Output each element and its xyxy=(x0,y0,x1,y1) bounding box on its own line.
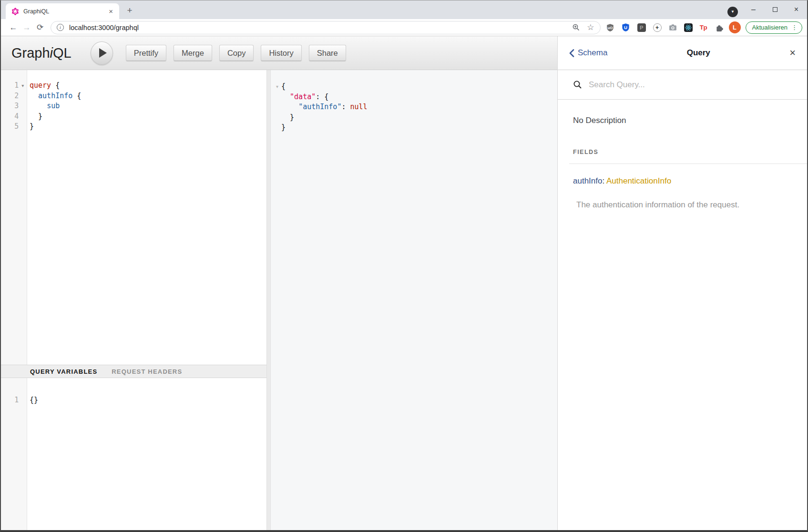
update-browser-button[interactable]: Aktualisieren ⋮ xyxy=(746,21,802,34)
screenshot-extension-icon[interactable] xyxy=(668,23,678,32)
tab-strip: GraphiQL × + ▼ – × xyxy=(1,0,807,19)
doc-explorer-body: No Description FIELDS authInfo: Authenti… xyxy=(558,100,807,530)
result-line: "authInfo": null xyxy=(281,102,368,113)
graphiql-app: GraphiQL Prettify Merge Copy History Sha… xyxy=(1,36,807,530)
window-controls: – × xyxy=(743,0,807,19)
zoom-icon[interactable] xyxy=(572,23,580,31)
info-icon[interactable]: i xyxy=(57,24,64,31)
minimize-button[interactable]: – xyxy=(743,0,764,19)
line-number-gutter: 1▾ 2 3 4 5 xyxy=(1,70,27,365)
back-button[interactable]: ← xyxy=(7,21,20,34)
fields-heading: FIELDS xyxy=(573,149,807,155)
forward-button[interactable]: → xyxy=(20,21,33,34)
crosshair-extension-icon[interactable]: + xyxy=(653,23,662,32)
maximize-icon xyxy=(773,7,777,12)
p-extension-icon[interactable]: P xyxy=(637,23,646,32)
graphiql-logo: GraphiQL xyxy=(11,45,72,61)
svg-text:U: U xyxy=(624,25,627,30)
browser-tab[interactable]: GraphiQL × xyxy=(6,3,119,19)
kebab-menu-icon[interactable]: ⋮ xyxy=(791,24,798,31)
bookmark-star-icon[interactable]: ☆ xyxy=(587,23,594,31)
history-button[interactable]: History xyxy=(261,45,301,61)
url-text[interactable]: localhost:3000/graphql xyxy=(69,24,572,31)
secondary-editor-tabs: QUERY VARIABLES REQUEST HEADERS xyxy=(1,365,266,378)
fold-arrow-icon[interactable]: ▾ xyxy=(19,83,27,88)
line-number-gutter: 1 xyxy=(1,378,27,530)
extensions-row: uO U P + Tp xyxy=(605,23,724,32)
bitwarden-extension-icon[interactable]: U xyxy=(621,23,631,32)
copy-button[interactable]: Copy xyxy=(219,45,254,61)
query-editor[interactable]: 1▾ 2 3 4 5 query { authInfo { sub } } xyxy=(1,70,266,365)
profile-avatar[interactable]: L xyxy=(729,21,741,33)
variables-editor[interactable]: 1 {} xyxy=(1,378,266,530)
url-field[interactable]: i localhost:3000/graphql ☆ xyxy=(51,21,601,34)
tab-close-icon[interactable]: × xyxy=(107,7,114,15)
code-line: } xyxy=(30,122,266,132)
doc-search-row xyxy=(558,70,807,100)
search-icon xyxy=(573,80,582,89)
doc-back-label: Schema xyxy=(578,48,607,58)
result-line: "data": { xyxy=(281,92,328,102)
type-description: No Description xyxy=(573,116,807,125)
reload-button[interactable]: ⟳ xyxy=(33,21,47,34)
chevron-down-icon: ▼ xyxy=(731,10,735,14)
close-icon: × xyxy=(794,5,798,14)
graphiql-toolbar: GraphiQL Prettify Merge Copy History Sha… xyxy=(1,36,557,70)
update-label: Aktualisieren xyxy=(752,24,788,31)
ublock-extension-icon[interactable]: uO xyxy=(605,23,615,32)
graphiql-workspace: GraphiQL Prettify Merge Copy History Sha… xyxy=(1,36,557,530)
new-tab-button[interactable]: + xyxy=(123,4,136,17)
result-line: } xyxy=(281,113,294,123)
play-icon xyxy=(99,48,107,58)
fields-divider xyxy=(569,164,807,164)
browser-window: GraphiQL × + ▼ – × ← → ⟳ i localhost:300… xyxy=(0,0,808,532)
doc-close-icon[interactable]: × xyxy=(789,48,796,58)
doc-search-input[interactable] xyxy=(589,80,753,90)
tab-title: GraphiQL xyxy=(23,8,107,15)
pane-resize-handle[interactable] xyxy=(266,70,271,530)
code-line: query { xyxy=(30,81,266,91)
fold-arrow-icon[interactable]: ▾ xyxy=(273,84,281,89)
doc-field-row: authInfo: AuthenticationInfo xyxy=(573,176,807,186)
tab-request-headers[interactable]: REQUEST HEADERS xyxy=(112,368,182,375)
result-line: { xyxy=(281,82,286,92)
code-line: sub xyxy=(30,101,266,112)
prettify-button[interactable]: Prettify xyxy=(126,45,166,61)
execute-query-button[interactable] xyxy=(91,41,113,65)
code-line: {} xyxy=(30,395,266,406)
doc-explorer-header: Schema Query × xyxy=(558,36,807,70)
chrome-status-button[interactable]: ▼ xyxy=(727,7,738,17)
query-code[interactable]: query { authInfo { sub } } xyxy=(27,70,266,365)
extensions-puzzle-icon[interactable] xyxy=(715,23,724,32)
chevron-left-icon xyxy=(569,49,574,57)
minimize-icon: – xyxy=(751,5,756,14)
doc-back-link[interactable]: Schema xyxy=(569,48,607,58)
field-description: The authentication information of the re… xyxy=(576,200,807,210)
doc-title: Query xyxy=(607,48,789,58)
close-button[interactable]: × xyxy=(786,0,807,19)
react-devtools-extension-icon[interactable] xyxy=(684,23,693,32)
result-viewer: ▾{ "data": { "authInfo": null } } xyxy=(271,70,557,530)
type-name-link[interactable]: AuthenticationInfo xyxy=(606,176,671,185)
svg-text:uO: uO xyxy=(607,25,613,30)
maximize-button[interactable] xyxy=(764,0,786,19)
address-bar: ← → ⟳ i localhost:3000/graphql ☆ uO U xyxy=(1,19,807,36)
code-line: } xyxy=(30,112,266,122)
result-line: } xyxy=(281,123,286,133)
tampermonkey-extension-icon[interactable]: Tp xyxy=(699,23,708,32)
share-button[interactable]: Share xyxy=(309,45,346,61)
code-line: authInfo { xyxy=(30,91,266,102)
graphql-logo-icon xyxy=(11,8,19,15)
merge-button[interactable]: Merge xyxy=(174,45,212,61)
field-name-link[interactable]: authInfo xyxy=(573,176,602,185)
tab-query-variables[interactable]: QUERY VARIABLES xyxy=(30,368,97,375)
doc-explorer: Schema Query × No Description FIELDS aut… xyxy=(557,36,807,530)
variables-code[interactable]: {} xyxy=(27,378,266,530)
